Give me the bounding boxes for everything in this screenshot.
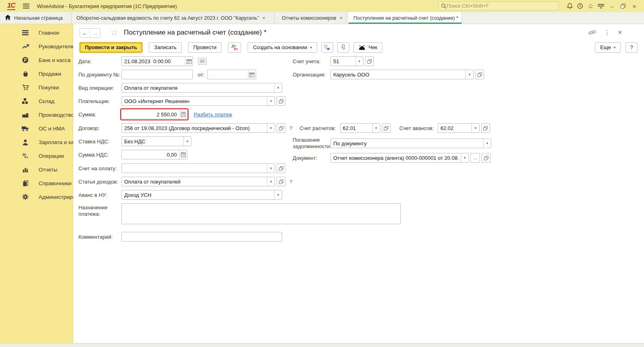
open-document-button[interactable] <box>482 153 490 163</box>
sidebar-item-sklad[interactable]: Склад <box>0 94 73 108</box>
advance-account-input[interactable] <box>438 124 472 132</box>
post-and-close-button[interactable]: Провести и закрыть <box>80 42 142 53</box>
history-button[interactable] <box>575 1 585 11</box>
calculator-button[interactable] <box>179 150 187 159</box>
global-search[interactable] <box>438 2 559 10</box>
window-minimize-button[interactable]: – <box>606 1 617 11</box>
dropdown-arrow-icon[interactable]: ▾ <box>274 190 282 199</box>
sidebar-item-rukovoditelyu[interactable]: Руководителю <box>0 39 73 53</box>
add-to-favorites-star-icon[interactable]: ☆ <box>110 27 118 38</box>
sidebar-item-glavnoe[interactable]: Главное <box>0 26 73 39</box>
vat-rate-input[interactable] <box>122 137 183 146</box>
more-button[interactable]: Еще▾ <box>595 42 621 53</box>
invoice-input[interactable] <box>122 164 267 173</box>
sidebar-item-prodazhi[interactable]: Продажи <box>0 67 73 81</box>
sidebar-item-operacii[interactable]: ДтКт Операции <box>0 149 73 163</box>
dropdown-arrow-icon[interactable]: ▾ <box>267 97 275 105</box>
dropdown-arrow-icon[interactable]: ▾ <box>472 124 479 132</box>
nav-back-button[interactable]: ← <box>80 29 90 37</box>
dropdown-arrow-icon[interactable]: ▾ <box>461 153 468 162</box>
document-choose-button[interactable]: ... <box>470 153 480 163</box>
sidebar-item-proizvodstvo[interactable]: Производство <box>0 108 73 122</box>
help-button[interactable]: ? <box>626 42 638 53</box>
document-input[interactable] <box>331 153 461 162</box>
document-journal-icon[interactable] <box>198 58 207 65</box>
main-menu-button[interactable] <box>21 1 31 11</box>
dropdown-arrow-icon[interactable]: ▾ <box>267 177 275 186</box>
tab-osv-62[interactable]: Оборотно-сальдовая ведомость по счету 62… <box>72 12 275 24</box>
open-settlement-account-button[interactable] <box>382 123 391 133</box>
save-button[interactable]: Записать <box>149 42 182 53</box>
attachments-button[interactable] <box>337 42 349 53</box>
notifications-button[interactable] <box>564 1 575 11</box>
dropdown-arrow-icon[interactable]: ▾ <box>372 124 380 132</box>
sidebar-item-bank-kassa[interactable]: Банк и касса <box>0 53 73 67</box>
doc-number-input[interactable] <box>121 70 193 79</box>
income-item-help-icon[interactable]: ? <box>289 179 292 185</box>
get-link-icon[interactable] <box>589 30 596 35</box>
settlement-account-input[interactable] <box>340 124 372 132</box>
contract-input[interactable] <box>122 124 267 132</box>
row-amount: Сумма: Разбить платеж <box>78 109 232 119</box>
tab-close-icon[interactable]: × <box>461 15 462 21</box>
create-based-on-button[interactable]: Создать на основании▾ <box>248 42 317 53</box>
amount-input[interactable] <box>122 110 179 119</box>
tab-commission-reports[interactable]: Отчеты комиссионеров × <box>277 12 346 24</box>
dropdown-arrow-icon[interactable]: ▾ <box>483 139 491 148</box>
open-contract-button[interactable] <box>277 123 285 133</box>
open-account-button[interactable] <box>365 56 374 66</box>
sidebar-item-zarplata-kadry[interactable]: Зарплата и кадры <box>0 135 73 149</box>
operation-type-input[interactable] <box>122 83 274 92</box>
advance-nu-input[interactable] <box>122 190 274 199</box>
sidebar-item-pokupki[interactable]: Покупки <box>0 81 73 94</box>
account-input[interactable] <box>331 57 355 66</box>
subordination-structure-button[interactable] <box>321 42 333 53</box>
lines-caret-icon <box>598 4 604 9</box>
doc-from-input[interactable] <box>207 70 248 79</box>
calculator-button[interactable] <box>179 110 187 119</box>
window-restore-button[interactable] <box>617 1 629 11</box>
dropdown-arrow-icon[interactable]: ▾ <box>355 57 363 66</box>
purpose-textarea[interactable] <box>121 203 401 224</box>
sidebar-item-otchety[interactable]: Отчеты <box>0 163 73 176</box>
dropdown-arrow-icon[interactable]: ▾ <box>274 83 282 92</box>
form-close-icon[interactable]: × <box>618 29 622 36</box>
tab-home[interactable]: Начальная страница <box>0 12 72 24</box>
dropdown-arrow-icon[interactable]: ▾ <box>183 137 191 146</box>
contract-help-icon[interactable]: ? <box>289 125 292 131</box>
calendar-picker-button[interactable] <box>185 57 193 66</box>
income-item-input[interactable] <box>122 177 267 186</box>
open-payer-button[interactable] <box>277 96 285 106</box>
dropdown-arrow-icon[interactable]: ▾ <box>466 70 473 79</box>
dropdown-arrow-icon[interactable]: ▾ <box>267 164 275 173</box>
search-input[interactable] <box>447 3 556 9</box>
sidebar-item-os-nma[interactable]: ОС и НМА <box>0 122 73 135</box>
dropdown-arrow-icon[interactable]: ▾ <box>267 124 275 132</box>
post-button[interactable]: Провести <box>188 42 222 53</box>
nav-forward-button[interactable]: → <box>90 29 100 37</box>
calendar-picker-button[interactable] <box>248 70 256 79</box>
more-actions-kebab-icon[interactable]: ⋮ <box>604 29 610 36</box>
open-advance-account-button[interactable] <box>481 123 490 133</box>
debt-repayment-input[interactable] <box>331 139 483 148</box>
tab-close-icon[interactable]: × <box>262 15 265 21</box>
tab-close-icon[interactable]: × <box>340 15 343 21</box>
comment-input[interactable] <box>121 232 282 242</box>
organization-input[interactable] <box>331 70 466 79</box>
open-organization-button[interactable] <box>475 70 484 79</box>
vat-amount-input[interactable] <box>122 150 179 159</box>
show-postings-button[interactable]: ДтКт <box>228 42 241 53</box>
sidebar-item-spravochniki[interactable]: Справочники <box>0 176 73 190</box>
open-income-item-button[interactable] <box>277 177 285 186</box>
sidebar-item-administrirovanie[interactable]: Администрирование <box>0 190 73 204</box>
check-button[interactable]: Чек <box>353 42 383 53</box>
favorites-button[interactable]: ☆ <box>585 1 596 11</box>
payer-input[interactable] <box>122 97 267 105</box>
split-payment-link[interactable]: Разбить платеж <box>194 112 232 118</box>
open-invoice-button[interactable] <box>277 163 285 173</box>
account-field: ▾ <box>330 56 363 66</box>
tab-receipt-account[interactable]: Поступление на расчетный счет (создание)… <box>349 12 462 24</box>
date-input[interactable] <box>122 57 185 66</box>
panel-settings-button[interactable] <box>596 1 606 11</box>
window-close-button[interactable]: × <box>629 1 640 11</box>
